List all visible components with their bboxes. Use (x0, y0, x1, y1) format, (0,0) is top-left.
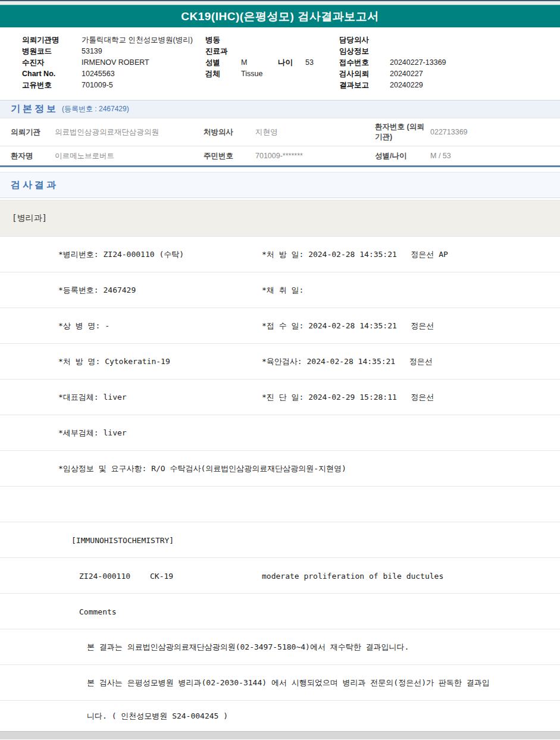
detail-right: *육안검사: 2024-02-28 14:35:21 정은선 (262, 356, 433, 367)
detail-left: *처 방 명: Cytokeratin-19 (58, 356, 170, 367)
cell-label-patient-name: 환자명 (0, 151, 55, 161)
patient-header: 의뢰기관명가톨릭대학교 인천성모병원(병리) 병원코드53139 수진자IRME… (0, 27, 560, 100)
row-comment-line-1: 본 결과는 의료법인삼광의료재단삼광의원(02-3497-5180~4)에서 재… (0, 629, 560, 664)
field-specimen: 검체Tissue (205, 68, 314, 80)
detail-right: *처 방 일: 2024-02-28 14:35:21 정은선 AP (262, 249, 448, 260)
row-comment-line-3: 니다. ( 인천성모병원 S24-004245 ) (0, 700, 560, 731)
detail-left: *병리번호: ZI24-000110 (수탁) (58, 249, 184, 260)
patient-header-left-column: 의뢰기관명가톨릭대학교 인천성모병원(병리) 병원코드53139 수진자IRME… (22, 35, 193, 91)
comment-text: 니다. ( 인천성모병원 S24-004245 ) (87, 711, 228, 722)
cell-value-prescribing-doctor: 지현영 (255, 127, 375, 137)
field-value: Tissue (241, 70, 262, 78)
table-row: 의뢰기관 의료법인삼광의료재단삼광의원 처방의사 지현영 환자번호 (의뢰기관)… (0, 118, 560, 146)
cell-value-patient-no: 022713369 (430, 128, 560, 136)
field-requesting-org: 의뢰기관명가톨릭대학교 인천성모병원(병리) (22, 35, 193, 46)
field-clinical-info: 임상정보 (339, 46, 446, 57)
field-result-reported: 결과보고20240229 (339, 80, 446, 91)
detail-right: *접 수 일: 2024-02-28 14:35:21 정은선 (262, 321, 434, 331)
cell-label-patient-no: 환자번호 (의뢰기관) (375, 122, 430, 142)
field-value: 53139 (82, 47, 102, 55)
row-ihc-result: ZI24-000110 CK-19 moderate proliferation… (0, 557, 560, 593)
cell-label-resident-no: 주민번호 (204, 151, 255, 161)
results-section-header: 검사결과 (0, 172, 560, 198)
cell-value-patient-name: 이르메노브로버트 (55, 151, 204, 161)
field-label: 병원코드 (22, 46, 82, 57)
field-value: M (241, 57, 278, 68)
field-ward: 병동 (205, 35, 314, 46)
field-department: 진료과 (205, 46, 314, 57)
registration-number: (등록번호 : 2467429) (62, 104, 129, 114)
field-value: 53 (305, 58, 314, 67)
field-test-requested: 검사의뢰20240227 (339, 68, 446, 80)
field-value: 가톨릭대학교 인천성모병원(병리) (82, 36, 193, 44)
field-label: 고유번호 (22, 80, 82, 91)
patient-header-middle-column: 병동 진료과 성별M나이53 검체Tissue (205, 35, 314, 80)
section-title: 기본정보 (11, 103, 58, 115)
field-value: 20240227-13369 (390, 58, 446, 67)
clinical-info-text: *임상정보 및 요구사항: R/O 수탁검사(의료법인삼광의료재단삼광의원-지현… (58, 463, 346, 474)
row-comments-label: Comments (0, 593, 560, 629)
field-label: 결과보고 (339, 80, 390, 91)
field-label: 검사의뢰 (339, 68, 390, 80)
field-patient-name: 수진자IRMENOV ROBERT (22, 57, 193, 68)
cell-label-requesting-org: 의뢰기관 (0, 127, 55, 137)
field-label: 임상정보 (339, 46, 390, 57)
field-sex-age: 성별M나이53 (205, 57, 314, 68)
field-hospital-code: 병원코드53139 (22, 46, 193, 57)
comments-label: Comments (79, 607, 117, 616)
detail-left: *등록번호: 2467429 (58, 285, 136, 296)
field-label: 진료과 (205, 46, 241, 57)
field-label: 담당의사 (339, 35, 390, 46)
field-value: 10245563 (82, 70, 115, 78)
basic-info-table: 의뢰기관 의료법인삼광의료재단삼광의원 처방의사 지현영 환자번호 (의뢰기관)… (0, 118, 560, 167)
specimen-number: ZI24-000110 (79, 571, 130, 580)
field-value: 20240227 (390, 70, 423, 78)
field-label: Chart No. (22, 68, 82, 80)
cell-value-resident-no: 701009-******* (255, 152, 375, 160)
detail-left: *세부검체: liver (58, 428, 127, 438)
field-label: 의뢰기관명 (22, 35, 82, 46)
field-label: 수진자 (22, 57, 82, 68)
field-label: 병동 (205, 35, 241, 46)
row-detail-specimen: *세부검체: liver (0, 415, 560, 450)
basic-info-section-header: 기본정보 (등록번호 : 2467429) (0, 100, 560, 118)
section-title: 검사결과 (11, 179, 58, 192)
field-value: 20240229 (390, 81, 423, 89)
row-prescription-name: *처 방 명: Cytokeratin-19 *육안검사: 2024-02-28… (0, 343, 560, 379)
row-pathology-number: *병리번호: ZI24-000110 (수탁) *처 방 일: 2024-02-… (0, 236, 560, 272)
cell-value-requesting-org: 의료법인삼광의료재단삼광의원 (55, 127, 204, 137)
detail-right: *진 단 일: 2024-02-29 15:28:11 정은선 (262, 392, 434, 403)
field-value: IRMENOV ROBERT (82, 58, 149, 67)
detail-right: *채 취 일: (262, 285, 304, 296)
ihc-header-text: [IMMUNOHISTOCHEMISTRY] (71, 535, 174, 544)
department-name: [병리과] (12, 213, 47, 224)
row-comment-line-2: 본 검사는 은평성모병원 병리과(02-2030-3144) 에서 시행되었으며… (0, 664, 560, 700)
field-label: 검체 (205, 68, 241, 80)
comment-text: 본 결과는 의료법인삼광의료재단삼광의원(02-3497-5180~4)에서 재… (87, 642, 409, 653)
report-title-banner: CK19(IHC)(은평성모) 검사결과보고서 (0, 5, 560, 27)
detail-left: *상 병 명: - (58, 321, 110, 331)
comment-text: 본 검사는 은평성모병원 병리과(02-2030-3144) 에서 시행되었으며… (87, 678, 490, 688)
patient-header-right-column: 담당의사 임상정보 접수번호20240227-13369 검사의뢰2024022… (339, 35, 446, 91)
row-representative-specimen: *대표검체: liver *진 단 일: 2024-02-29 15:28:11… (0, 379, 560, 415)
field-label: 성별 (205, 57, 241, 68)
field-label: 나이 (278, 57, 305, 68)
finding-text: moderate proliferation of bile ductules (262, 571, 443, 580)
cell-label-sex-age: 성별/나이 (375, 151, 430, 161)
field-label: 접수번호 (339, 57, 390, 68)
field-attending-doctor: 담당의사 (339, 35, 446, 46)
field-chart-no: Chart No.10245563 (22, 68, 193, 80)
report-page: CK19(IHC)(은평성모) 검사결과보고서 의뢰기관명가톨릭대학교 인천성모… (0, 0, 560, 740)
field-reception-no: 접수번호20240227-13369 (339, 57, 446, 68)
detail-left: *대표검체: liver (58, 392, 127, 403)
field-value: 701009-5 (82, 81, 113, 89)
row-spacer (0, 486, 560, 522)
row-clinical-info-request: *임상정보 및 요구사항: R/O 수탁검사(의료법인삼광의료재단삼광의원-지현… (0, 450, 560, 486)
department-band: [병리과] (0, 200, 560, 236)
test-name: CK-19 (150, 571, 173, 580)
cell-label-prescribing-doctor: 처방의사 (204, 127, 255, 137)
table-row: 환자명 이르메노브로버트 주민번호 701009-******* 성별/나이 M… (0, 146, 560, 165)
field-unique-no: 고유번호701009-5 (22, 80, 193, 91)
row-ihc-header: [IMMUNOHISTOCHEMISTRY] (0, 522, 560, 557)
cell-value-sex-age: M / 53 (430, 152, 560, 160)
